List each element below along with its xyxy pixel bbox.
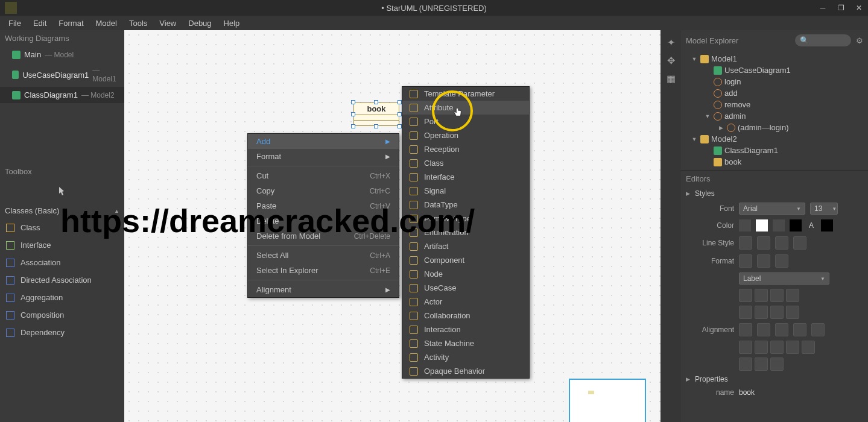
ctx-item[interactable]: CutCtrl+X <box>248 168 399 183</box>
resize-handle[interactable] <box>351 124 355 128</box>
format-opt[interactable] <box>739 289 752 302</box>
thumbnail-icon[interactable]: ▦ <box>665 72 677 84</box>
styles-row[interactable]: ▶ Styles <box>681 187 868 200</box>
resize-handle[interactable] <box>398 124 402 128</box>
menu-file[interactable]: File <box>2 17 27 30</box>
linestyle-btn[interactable] <box>775 236 788 250</box>
line-icon[interactable] <box>773 219 785 231</box>
ctx-item[interactable]: PasteCtrl+V <box>248 198 399 213</box>
toolbox-item[interactable]: Directed Association <box>0 271 124 289</box>
tree-item[interactable]: add <box>681 87 868 99</box>
diagram-item[interactable]: UseCaseDiagram1 — Model1 <box>0 63 124 87</box>
submenu-item[interactable]: Activity <box>402 350 529 364</box>
submenu-item[interactable]: UseCase <box>402 281 529 295</box>
maximize-button[interactable]: ❐ <box>832 0 850 16</box>
toolbox-item[interactable]: Interface <box>0 236 124 254</box>
submenu-item[interactable]: Template Parameter <box>402 87 529 101</box>
linestyle-btn[interactable] <box>793 236 806 250</box>
tree-chevron-icon[interactable]: ▼ <box>704 113 711 119</box>
ctx-item[interactable]: Alignment▶ <box>248 282 399 297</box>
minimap[interactable] <box>569 379 646 422</box>
format-opt[interactable] <box>786 289 799 302</box>
properties-row[interactable]: ▶ Properties <box>681 373 868 386</box>
toolbox-item[interactable]: Dependency <box>0 324 124 341</box>
submenu-item[interactable]: Interaction <box>402 323 529 336</box>
tree-item[interactable]: ClassDiagram1 <box>681 145 868 156</box>
resize-handle[interactable] <box>398 112 402 116</box>
tree-chevron-icon[interactable]: ▶ <box>717 125 724 131</box>
align-btn[interactable] <box>739 357 752 371</box>
linestyle-btn[interactable] <box>757 236 770 250</box>
format-opt[interactable] <box>770 289 784 302</box>
ctx-item[interactable]: Select AllCtrl+A <box>248 248 399 263</box>
resize-handle[interactable] <box>398 100 402 104</box>
align-btn[interactable] <box>739 341 752 354</box>
resize-handle[interactable] <box>374 124 378 128</box>
format-dropdown[interactable]: Label ▼ <box>739 272 829 285</box>
close-button[interactable]: ✕ <box>850 0 868 16</box>
ctx-item[interactable]: Add▶ <box>248 134 399 149</box>
ctx-item[interactable]: CopyCtrl+C <box>248 183 399 198</box>
align-btn[interactable] <box>739 323 752 336</box>
submenu-item[interactable]: Class <box>402 156 529 170</box>
toolbox-item[interactable]: Composition <box>0 306 124 324</box>
resize-handle[interactable] <box>351 112 355 116</box>
submenu-item[interactable]: Actor <box>402 295 529 309</box>
tree-item[interactable]: remove <box>681 99 868 110</box>
menu-edit[interactable]: Edit <box>27 17 52 30</box>
resize-handle[interactable] <box>351 100 355 104</box>
pan-icon[interactable]: ✥ <box>665 54 677 66</box>
toolbox-item[interactable]: Aggregation <box>0 289 124 306</box>
line-color-swatch[interactable] <box>790 219 802 231</box>
tree-item[interactable]: ▼Model2 <box>681 133 868 145</box>
ctx-item[interactable]: Delete from ModelCtrl+Delete <box>248 228 399 244</box>
toolbox-item[interactable]: Association <box>0 254 124 271</box>
ctx-item[interactable]: Delete <box>248 213 399 228</box>
format-btn[interactable] <box>775 254 788 268</box>
tree-chevron-icon[interactable]: ▼ <box>691 56 698 62</box>
submenu-item[interactable]: Reception <box>402 142 529 156</box>
tree-item[interactable]: ▶(admin—login) <box>681 122 868 133</box>
submenu-item[interactable]: Component <box>402 253 529 267</box>
align-btn[interactable] <box>775 323 788 336</box>
menu-format[interactable]: Format <box>52 17 89 30</box>
resize-handle[interactable] <box>374 100 378 104</box>
diagram-item[interactable]: Main — Model <box>0 46 124 63</box>
align-btn[interactable] <box>793 323 806 336</box>
tree-item[interactable]: book <box>681 156 868 168</box>
format-opt[interactable] <box>739 306 752 319</box>
align-btn[interactable] <box>757 323 770 336</box>
format-opt[interactable] <box>755 306 768 319</box>
submenu-item[interactable]: Node <box>402 267 529 281</box>
explorer-search[interactable]: 🔍 <box>795 34 851 46</box>
text-color-swatch[interactable] <box>821 219 833 231</box>
format-btn[interactable] <box>757 254 770 268</box>
menu-help[interactable]: Help <box>218 17 246 30</box>
align-btn[interactable] <box>811 323 825 336</box>
submenu-item[interactable]: Enumeration <box>402 225 529 239</box>
submenu-item[interactable]: Signal <box>402 184 529 198</box>
tree-item[interactable]: UseCaseDiagram1 <box>681 65 868 76</box>
tree-item[interactable]: ▼admin <box>681 110 868 122</box>
uml-class-book[interactable]: book <box>353 102 399 126</box>
tree-item[interactable]: ▼Model1 <box>681 53 868 65</box>
tree-chevron-icon[interactable]: ▼ <box>691 136 698 142</box>
format-opt[interactable] <box>786 306 799 319</box>
menu-view[interactable]: View <box>153 17 182 30</box>
align-btn[interactable] <box>786 341 799 354</box>
fill-icon[interactable] <box>739 219 751 231</box>
submenu-item[interactable]: Port <box>402 115 529 128</box>
align-btn[interactable] <box>755 341 768 354</box>
toolbox-item[interactable]: Class <box>0 219 124 236</box>
submenu-item[interactable]: Operation <box>402 128 529 142</box>
linestyle-btn[interactable] <box>739 236 752 250</box>
ctx-item[interactable]: Format▶ <box>248 149 399 164</box>
text-color-icon[interactable]: A <box>806 221 816 230</box>
format-opt[interactable] <box>770 306 784 319</box>
submenu-item[interactable]: Collaboration <box>402 309 529 323</box>
tree-item[interactable]: login <box>681 76 868 87</box>
diagram-item[interactable]: ClassDiagram1 — Model2 <box>0 87 124 103</box>
format-btn[interactable] <box>739 254 752 268</box>
minimize-button[interactable]: ─ <box>814 0 832 16</box>
fill-color-swatch[interactable] <box>756 219 768 231</box>
